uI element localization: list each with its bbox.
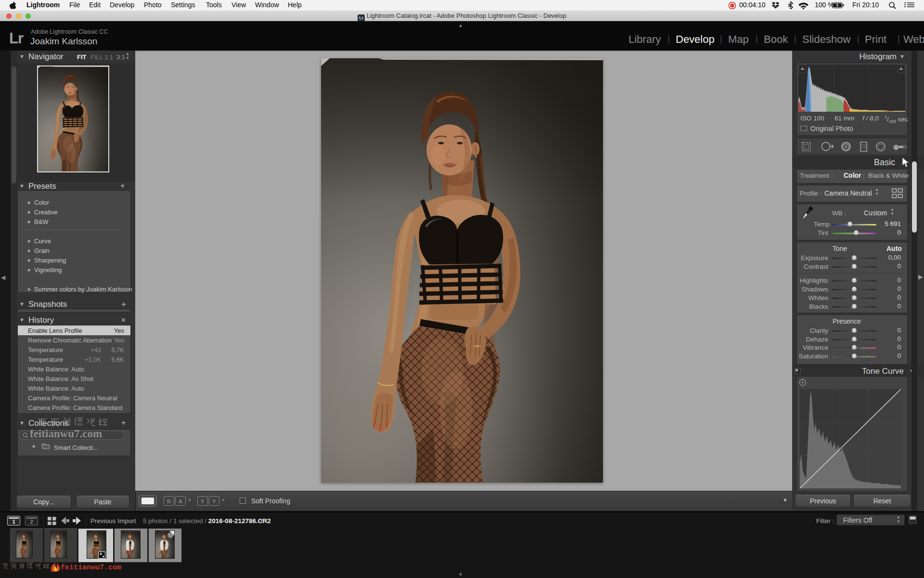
svg-text:A: A bbox=[179, 499, 182, 504]
svg-text:Y: Y bbox=[201, 499, 205, 504]
svg-text:Y: Y bbox=[212, 499, 216, 504]
svg-text:R: R bbox=[167, 499, 171, 504]
